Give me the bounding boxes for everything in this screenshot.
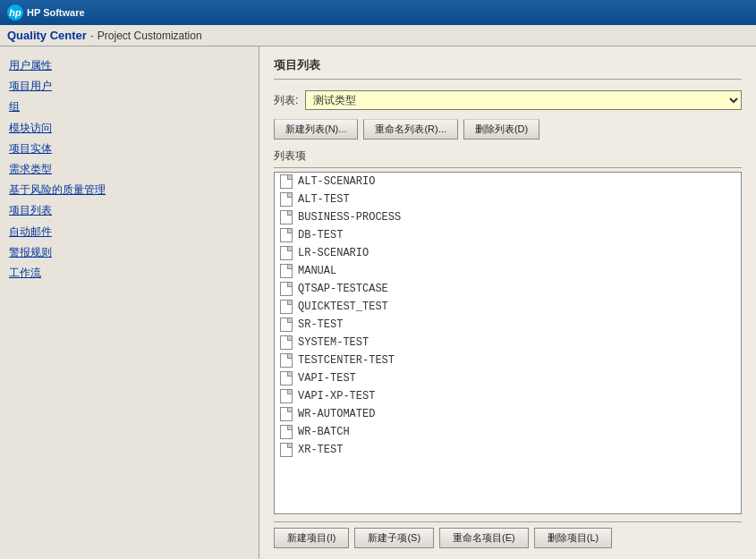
file-icon xyxy=(280,192,293,207)
list-item[interactable]: ALT-SCENARIO xyxy=(275,173,741,191)
new-item-button[interactable]: 新建项目(I) xyxy=(274,528,349,548)
list-item[interactable]: WR-BATCH xyxy=(275,423,741,441)
menu-bar: Quality Center - Project Customization xyxy=(0,25,756,47)
file-icon xyxy=(280,425,293,439)
sidebar-item-project-lists[interactable]: 项目列表 xyxy=(9,202,250,219)
list-item-label: TESTCENTER-TEST xyxy=(298,354,395,367)
delete-item-button[interactable]: 删除项目(L) xyxy=(534,528,612,548)
title-bar: hp HP Software xyxy=(0,0,756,25)
file-icon xyxy=(280,282,293,296)
sidebar-item-module-access[interactable]: 模块访问 xyxy=(9,120,250,137)
new-list-button[interactable]: 新建列表(N)... xyxy=(274,119,358,140)
hp-logo: hp HP Software xyxy=(7,4,85,21)
sidebar-item-user-properties[interactable]: 用户属性 xyxy=(9,57,250,74)
list-item[interactable]: MANUAL xyxy=(275,262,741,280)
list-item-label: VAPI-TEST xyxy=(298,372,356,385)
list-item-label: BUSINESS-PROCESS xyxy=(298,211,401,224)
rename-item-button[interactable]: 重命名项目(E) xyxy=(439,528,529,548)
list-item-label: WR-BATCH xyxy=(298,426,350,438)
list-item-label: QTSAP-TESTCASE xyxy=(298,283,388,295)
new-child-button[interactable]: 新建子项(S) xyxy=(354,528,434,548)
list-item[interactable]: VAPI-TEST xyxy=(275,369,741,387)
list-item-label: ALT-TEST xyxy=(298,193,350,206)
list-item-label: LR-SCENARIO xyxy=(298,247,369,259)
main-layout: 用户属性项目用户组模块访问项目实体需求类型基于风险的质量管理项目列表自动邮件警报… xyxy=(0,47,756,559)
file-icon xyxy=(280,228,293,242)
menu-separator: - xyxy=(90,30,94,42)
list-item-label: ALT-SCENARIO xyxy=(298,175,375,188)
list-label: 列表: xyxy=(274,93,298,108)
file-icon xyxy=(280,300,293,314)
list-selector-row: 列表: 测试类型 xyxy=(274,90,742,110)
file-icon xyxy=(280,407,293,421)
file-icon xyxy=(280,371,293,385)
list-item[interactable]: SYSTEM-TEST xyxy=(275,334,741,351)
list-items-label: 列表项 xyxy=(274,148,742,168)
list-item[interactable]: LR-SCENARIO xyxy=(275,244,741,262)
hp-icon: hp xyxy=(7,4,23,21)
sidebar-item-auto-email[interactable]: 自动邮件 xyxy=(9,224,250,241)
content-area: 项目列表 列表: 测试类型 新建列表(N)... 重命名列表(R)... 删除列… xyxy=(259,47,756,559)
list-item[interactable]: TESTCENTER-TEST xyxy=(275,351,741,369)
list-item[interactable]: BUSINESS-PROCESS xyxy=(275,208,741,226)
list-item[interactable]: VAPI-XP-TEST xyxy=(275,387,741,405)
list-item-label: SR-TEST xyxy=(298,318,343,331)
file-icon xyxy=(280,353,293,368)
list-item[interactable]: ALT-TEST xyxy=(275,191,741,208)
sidebar-item-workflow[interactable]: 工作流 xyxy=(9,265,250,282)
action-buttons-row: 新建列表(N)... 重命名列表(R)... 删除列表(D) xyxy=(274,119,742,140)
file-icon xyxy=(280,318,293,332)
list-item[interactable]: WR-AUTOMATED xyxy=(275,405,741,423)
sidebar-item-project-entities[interactable]: 项目实体 xyxy=(9,140,250,157)
list-select[interactable]: 测试类型 xyxy=(305,90,742,110)
sidebar-item-project-users[interactable]: 项目用户 xyxy=(9,78,250,95)
app-name: HP Software xyxy=(27,7,85,18)
list-item[interactable]: SR-TEST xyxy=(275,316,741,334)
file-icon xyxy=(280,174,293,189)
bottom-buttons-row: 新建项目(I) 新建子项(S) 重命名项目(E) 删除项目(L) xyxy=(274,521,742,548)
sidebar-item-requirement-types[interactable]: 需求类型 xyxy=(9,161,250,178)
file-icon xyxy=(280,389,293,403)
list-item-label: DB-TEST xyxy=(298,229,343,241)
list-box[interactable]: ALT-SCENARIOALT-TESTBUSINESS-PROCESSDB-T… xyxy=(274,172,742,514)
file-icon xyxy=(280,210,293,224)
section-title: 项目列表 xyxy=(274,57,742,80)
sidebar-item-risk-quality[interactable]: 基于风险的质量管理 xyxy=(9,182,250,199)
file-icon xyxy=(280,264,293,278)
file-icon xyxy=(280,246,293,260)
file-icon xyxy=(280,443,293,457)
list-item[interactable]: DB-TEST xyxy=(275,226,741,244)
list-item[interactable]: QTSAP-TESTCASE xyxy=(275,280,741,298)
sidebar: 用户属性项目用户组模块访问项目实体需求类型基于风险的质量管理项目列表自动邮件警报… xyxy=(0,47,259,559)
rename-list-button[interactable]: 重命名列表(R)... xyxy=(363,119,457,140)
list-item-label: SYSTEM-TEST xyxy=(298,336,369,349)
delete-list-button[interactable]: 删除列表(D) xyxy=(463,119,539,140)
sidebar-item-alert-rules[interactable]: 警报规则 xyxy=(9,244,250,261)
list-item-label: XR-TEST xyxy=(298,444,343,456)
app-title: Quality Center xyxy=(7,29,87,42)
list-item[interactable]: QUICKTEST_TEST xyxy=(275,298,741,316)
list-item-label: MANUAL xyxy=(298,265,336,277)
sidebar-item-groups[interactable]: 组 xyxy=(9,98,250,115)
file-icon xyxy=(280,335,293,350)
list-item[interactable]: XR-TEST xyxy=(275,441,741,459)
page-subtitle: Project Customization xyxy=(98,30,202,42)
list-item-label: VAPI-XP-TEST xyxy=(298,390,375,402)
list-item-label: WR-AUTOMATED xyxy=(298,408,375,420)
list-item-label: QUICKTEST_TEST xyxy=(298,301,388,313)
